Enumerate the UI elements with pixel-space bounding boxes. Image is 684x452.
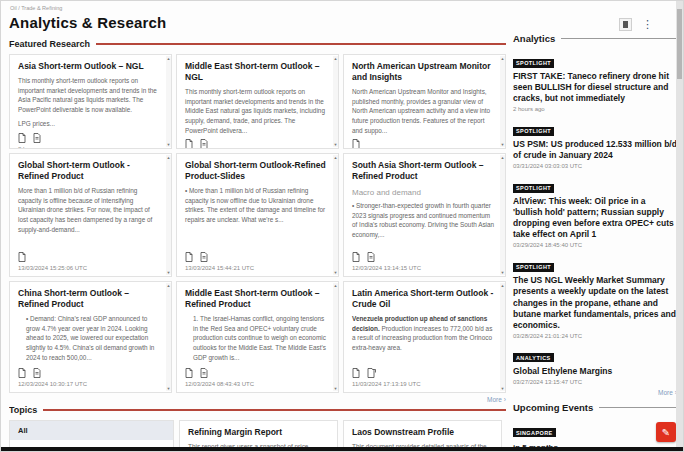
card-title[interactable]: Global Short-term Outlook-Refined Produc… bbox=[185, 160, 328, 182]
card-attachments bbox=[18, 248, 161, 262]
scroll-down-icon[interactable]: ▼ bbox=[167, 142, 171, 147]
research-card[interactable]: Global Short-term Outlook - Refined Prod… bbox=[9, 153, 172, 277]
research-card[interactable]: Middle East Short-term Outlook – NGL Thi… bbox=[176, 54, 339, 149]
report-document-icon[interactable] bbox=[18, 133, 26, 143]
scroll-up-icon[interactable]: ▲ bbox=[167, 56, 171, 61]
analytics-item[interactable]: SPOTLIGHT FIRST TAKE: Taneco refinery dr… bbox=[513, 51, 677, 112]
scroll-up-icon[interactable]: ▲ bbox=[167, 283, 171, 288]
report-document-icon[interactable] bbox=[352, 139, 360, 149]
card-description: 1. The Israel-Hamas conflict, ongoing te… bbox=[185, 314, 328, 362]
topic-filter-all[interactable]: All bbox=[10, 421, 173, 440]
card-scrollbar[interactable]: ▲▼ bbox=[166, 283, 171, 391]
card-attachments bbox=[18, 364, 161, 378]
report-document-icon[interactable] bbox=[185, 139, 193, 149]
card-subtitle: Macro and demand bbox=[352, 188, 495, 197]
presentation-document-icon[interactable] bbox=[200, 139, 208, 149]
research-card[interactable]: Latin America Short-term Outlook - Crude… bbox=[343, 281, 506, 393]
analytics-item-title[interactable]: Global Ethylene Margins bbox=[513, 366, 677, 377]
presentation-document-icon[interactable] bbox=[33, 368, 41, 378]
card-scrollbar[interactable]: ▲▼ bbox=[333, 283, 338, 391]
card-scrollbar[interactable]: ▲▼ bbox=[500, 283, 505, 391]
card-title[interactable]: Middle East Short-term Outlook – Refined… bbox=[185, 288, 328, 310]
featured-research-heading-row: Featured Research bbox=[9, 39, 506, 49]
scroll-up-icon[interactable]: ▲ bbox=[334, 155, 338, 160]
topic-card-title[interactable]: Refining Margin Report bbox=[188, 427, 329, 437]
featured-more-link[interactable]: More › bbox=[487, 396, 506, 403]
card-title[interactable]: China Short-term Outlook – Refined Produ… bbox=[18, 288, 161, 310]
presentation-document-icon[interactable] bbox=[33, 133, 41, 143]
report-document-icon[interactable] bbox=[185, 252, 193, 262]
analytics-item[interactable]: SPOTLIGHT The US NGL Weekly Market Summa… bbox=[513, 255, 677, 338]
breadcrumb[interactable]: Oil / Trade & Refining bbox=[10, 5, 62, 11]
research-card[interactable]: North American Upstream Monitor and Insi… bbox=[343, 54, 506, 149]
research-card[interactable]: South Asia Short-term Outlook – Refined … bbox=[343, 153, 506, 277]
card-scrollbar[interactable]: ▲▼ bbox=[166, 56, 171, 147]
bookmark-icon bbox=[623, 21, 628, 28]
scroll-up-icon[interactable]: ▲ bbox=[501, 56, 505, 61]
scroll-up-icon[interactable]: ▲ bbox=[167, 155, 171, 160]
scroll-down-icon[interactable]: ▼ bbox=[334, 270, 338, 275]
feedback-fab-button[interactable]: ✎ bbox=[656, 422, 676, 442]
presentation-document-icon[interactable] bbox=[367, 252, 375, 262]
scroll-down-icon[interactable]: ▼ bbox=[334, 142, 338, 147]
analytics-item-title[interactable]: AltView: This week: Oil price in a 'bull… bbox=[513, 196, 677, 240]
featured-heading-rule bbox=[96, 43, 506, 45]
analytics-more-link[interactable]: More › bbox=[658, 389, 677, 396]
presentation-document-icon[interactable] bbox=[200, 252, 208, 262]
card-title[interactable]: Latin America Short-term Outlook - Crude… bbox=[352, 288, 495, 310]
scroll-up-icon[interactable]: ▲ bbox=[334, 283, 338, 288]
research-card[interactable]: Asia Short-term Outlook – NGL This month… bbox=[9, 54, 172, 149]
featured-more-row: More › bbox=[9, 396, 506, 403]
card-description: More than 1 million b/d of Russian refin… bbox=[18, 186, 161, 234]
scroll-down-icon[interactable]: ▼ bbox=[501, 386, 505, 391]
card-title[interactable]: Middle East Short-term Outlook – NGL bbox=[185, 61, 328, 83]
scroll-down-icon[interactable]: ▼ bbox=[501, 142, 505, 147]
card-scrollbar[interactable]: ▲▼ bbox=[500, 155, 505, 275]
card-title[interactable]: South Asia Short-term Outlook – Refined … bbox=[352, 160, 495, 182]
analytics-item-title[interactable]: The US NGL Weekly Market Summary present… bbox=[513, 275, 677, 330]
card-title[interactable]: Global Short-term Outlook - Refined Prod… bbox=[18, 160, 161, 182]
card-timestamp: 11/03/2024 17:13:19 UTC bbox=[352, 381, 495, 387]
topic-card[interactable]: Laos Downstream Profile This document pr… bbox=[343, 420, 502, 449]
card-title[interactable]: Asia Short-term Outlook – NGL bbox=[18, 61, 161, 72]
external-document-icon[interactable] bbox=[367, 368, 376, 378]
analytics-item-title[interactable]: US PSM: US produced 12.533 million b/d o… bbox=[513, 139, 677, 161]
research-card[interactable]: China Short-term Outlook – Refined Produ… bbox=[9, 281, 172, 393]
card-scrollbar[interactable]: ▲▼ bbox=[500, 56, 505, 147]
scroll-down-icon[interactable]: ▼ bbox=[501, 270, 505, 275]
card-attachments bbox=[18, 129, 161, 143]
analytics-item[interactable]: SPOTLIGHT AltView: This week: Oil price … bbox=[513, 176, 677, 248]
analytics-item-title[interactable]: FIRST TAKE: Taneco refinery drone hit se… bbox=[513, 71, 677, 104]
scroll-down-icon[interactable]: ▼ bbox=[167, 386, 171, 391]
research-card[interactable]: Middle East Short-term Outlook – Refined… bbox=[176, 281, 339, 393]
card-timestamp: 13/03/2024 15:25:06 UTC bbox=[18, 265, 161, 271]
topic-card[interactable]: Refining Margin Report This report gives… bbox=[179, 420, 338, 449]
page-scrollbar-thumb[interactable] bbox=[677, 9, 682, 79]
scroll-up-icon[interactable]: ▲ bbox=[501, 283, 505, 288]
scroll-down-icon[interactable]: ▼ bbox=[334, 386, 338, 391]
card-title[interactable]: North American Upstream Monitor and Insi… bbox=[352, 61, 495, 83]
analytics-item[interactable]: ANALYTICS Global Ethylene Margins 03/27/… bbox=[513, 346, 677, 385]
card-scrollbar[interactable]: ▲▼ bbox=[166, 155, 171, 275]
card-scrollbar[interactable]: ▲▼ bbox=[333, 56, 338, 147]
report-document-icon[interactable] bbox=[352, 368, 360, 378]
scroll-up-icon[interactable]: ▲ bbox=[334, 56, 338, 61]
card-description: North American Upstream Monitor and Insi… bbox=[352, 87, 495, 135]
kebab-menu-icon[interactable]: ⋮ bbox=[642, 19, 653, 30]
analytics-item[interactable]: SPOTLIGHT US PSM: US produced 12.533 mil… bbox=[513, 119, 677, 169]
analytics-item-timestamp: 03/29/2024 18:45:40 UTC bbox=[513, 242, 677, 248]
report-document-icon[interactable] bbox=[18, 368, 26, 378]
page-scrollbar[interactable] bbox=[676, 1, 683, 447]
research-card[interactable]: Global Short-term Outlook-Refined Produc… bbox=[176, 153, 339, 277]
page-title: Analytics & Research bbox=[9, 14, 166, 31]
scroll-down-icon[interactable]: ▼ bbox=[167, 270, 171, 275]
card-description: Venezuela production up ahead of sanctio… bbox=[352, 314, 495, 352]
report-document-icon[interactable] bbox=[18, 252, 26, 262]
presentation-document-icon[interactable] bbox=[200, 368, 208, 378]
card-scrollbar[interactable]: ▲▼ bbox=[333, 155, 338, 275]
report-document-icon[interactable] bbox=[185, 368, 193, 378]
topic-card-title[interactable]: Laos Downstream Profile bbox=[352, 427, 493, 437]
bookmark-button[interactable] bbox=[619, 18, 632, 31]
report-document-icon[interactable] bbox=[352, 252, 360, 262]
scroll-up-icon[interactable]: ▲ bbox=[501, 155, 505, 160]
